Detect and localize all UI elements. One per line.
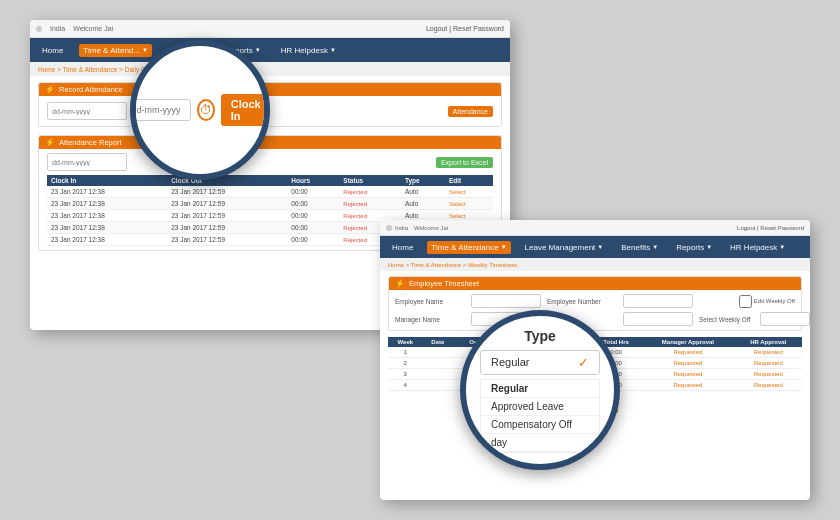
dropdown-option-comp[interactable]: Compensatory Off	[481, 416, 599, 434]
cell-clockout: 23 Jan 2017 12:59	[167, 186, 287, 198]
dropdown-option-regular[interactable]: Regular	[481, 380, 599, 398]
cell-type: Auto	[401, 198, 445, 210]
date-input[interactable]	[47, 102, 127, 120]
screen1-logout[interactable]: Logout | Reset Password	[426, 25, 504, 32]
record-section: ⚡ Record Attendance ⏱ Clock In Attendanc…	[38, 82, 502, 127]
cell-status: Rejected	[339, 198, 401, 210]
employee-name-label: Employee Name	[395, 298, 465, 305]
cell-type: Auto	[401, 186, 445, 198]
s2-nav-arrow1: ▼	[501, 244, 507, 250]
s2-country: India	[395, 225, 408, 231]
attendance-button[interactable]: Attendance	[448, 106, 493, 117]
col-status: Status	[339, 175, 401, 186]
cell-clockin: 23 Jan 2017 12:38	[47, 222, 167, 234]
weekly-off-check[interactable]	[739, 295, 752, 308]
magnifier-content: ⏱ Clock In	[130, 94, 270, 126]
screen1-user: Welcome Jai	[73, 25, 113, 32]
screen2-nav: Home Time & Attendance ▼ Leave Managemen…	[380, 236, 810, 258]
nav-home[interactable]: Home	[38, 44, 67, 57]
screen1-breadcrumb: Home > Time & Attendance > Daily Check-I…	[30, 62, 510, 76]
screen2-top-bar: India Welcome Jai Logout | Reset Passwor…	[380, 220, 810, 236]
cell-clockout: 23 Jan 2017 12:59	[167, 198, 287, 210]
col-clockin: Clock In	[47, 175, 167, 186]
cell-hours: 00:00	[287, 210, 339, 222]
s2-nav-leave[interactable]: Leave Management ▼	[521, 241, 608, 254]
cell-clockin: 23 Jan 2017 12:38	[47, 210, 167, 222]
col-edit: Edit	[445, 175, 493, 186]
report-icon: ⚡	[45, 138, 55, 147]
screen2-breadcrumb: Home > Time & Attendance > Weekly Timesh…	[380, 258, 810, 271]
dropdown-option-day[interactable]: day	[481, 434, 599, 452]
timesheet-icon: ⚡	[395, 279, 405, 288]
select-weekly-off-input[interactable]	[760, 312, 810, 326]
wk-col-mgr: Manager Approval	[641, 337, 734, 347]
dropdown-options: Regular Approved Leave Compensatory Off …	[480, 379, 600, 453]
cell-hours: 00:00	[287, 186, 339, 198]
s2-nav-home[interactable]: Home	[388, 241, 417, 254]
dropdown-selected[interactable]: Regular ✓	[480, 350, 600, 375]
dropdown-option-approved[interactable]: Approved Leave	[481, 398, 599, 416]
edit-weekly-off-checkbox[interactable]: Edit Weekly Off	[739, 295, 795, 308]
employee-name-input[interactable]	[471, 294, 541, 308]
employee-num-input[interactable]	[623, 294, 693, 308]
record-icon: ⚡	[45, 85, 55, 94]
s2-nav-arrow3: ▼	[652, 244, 658, 250]
cell-hours: 00:00	[287, 222, 339, 234]
top-bar-dot	[36, 26, 42, 32]
cell-status: Rejected	[339, 186, 401, 198]
cell-hours: 00:00	[287, 234, 339, 246]
screen1-top-bar: India Welcome Jai Logout | Reset Passwor…	[30, 20, 510, 38]
main-container: India Welcome Jai Logout | Reset Passwor…	[0, 0, 840, 520]
wk-col-hr: HR Approval	[734, 337, 802, 347]
week-off-input[interactable]	[623, 312, 693, 326]
screen1-country: India	[50, 25, 65, 32]
form-row-1: Employee Name Employee Number Edit Weekl…	[395, 294, 795, 308]
wk-col-week: Week	[388, 337, 423, 347]
employee-num-label: Employee Number	[547, 298, 617, 305]
screen1-nav: Home Time & Attend... ▼ Benefits ▼ Repor…	[30, 38, 510, 62]
cell-clockin: 23 Jan 2017 12:38	[47, 234, 167, 246]
record-body: ⏱ Clock In Attendance	[39, 96, 501, 126]
s2-logout[interactable]: Logout | Reset Password	[737, 225, 804, 231]
report-section-header: ⚡ Attendance Report	[39, 136, 501, 149]
dropdown-circle: Type Regular ✓ Regular Approved Leave Co…	[460, 310, 620, 470]
cell-clockin: 23 Jan 2017 12:38	[47, 186, 167, 198]
report-date-input[interactable]	[47, 153, 127, 171]
nav-arrow: ▼	[142, 47, 148, 53]
manager-name-label: Manager Name	[395, 316, 465, 323]
s2-dot	[386, 225, 392, 231]
dropdown-checkmark: ✓	[578, 355, 589, 370]
s2-nav-reports[interactable]: Reports ▼	[672, 241, 716, 254]
table-row: 23 Jan 2017 12:38 23 Jan 2017 12:59 00:0…	[47, 198, 493, 210]
nav-arrow4: ▼	[330, 47, 336, 53]
timesheet-section: ⚡ Employee Timesheet Employee Name Emplo…	[388, 276, 802, 331]
form-row-2: Manager Name Week Off Select Weekly Off …	[395, 312, 795, 326]
cell-clockout: 23 Jan 2017 12:59	[167, 210, 287, 222]
s2-nav-arrow2: ▼	[597, 244, 603, 250]
report-controls: Export to Excel	[47, 153, 493, 171]
select-weekly-off-label: Select Weekly Off	[699, 316, 754, 323]
dropdown-title: Type	[524, 328, 556, 344]
s2-nav-arrow4: ▼	[706, 244, 712, 250]
nav-time-attendance[interactable]: Time & Attend... ▼	[79, 44, 152, 57]
col-type: Type	[401, 175, 445, 186]
mag-clock-in-button[interactable]: Clock In	[221, 94, 270, 126]
s2-nav-arrow5: ▼	[779, 244, 785, 250]
record-section-header: ⚡ Record Attendance	[39, 83, 501, 96]
cell-hours: 00:00	[287, 198, 339, 210]
s2-nav-benefits[interactable]: Benefits ▼	[617, 241, 662, 254]
cell-edit[interactable]: Select	[445, 198, 493, 210]
nav-hr-helpdesk[interactable]: HR Helpdesk ▼	[277, 44, 340, 57]
col-hours: Hours	[287, 175, 339, 186]
cell-edit[interactable]: Select	[445, 186, 493, 198]
timesheet-form-body: Employee Name Employee Number Edit Weekl…	[389, 290, 801, 330]
mag-clock-icon: ⏱	[197, 99, 215, 121]
nav-arrow3: ▼	[255, 47, 261, 53]
s2-nav-time[interactable]: Time & Attendance ▼	[427, 241, 510, 254]
table-row: 23 Jan 2017 12:38 23 Jan 2017 12:59 00:0…	[47, 186, 493, 198]
cell-clockout: 23 Jan 2017 12:59	[167, 222, 287, 234]
s2-nav-hr[interactable]: HR Helpdesk ▼	[726, 241, 789, 254]
export-button[interactable]: Export to Excel	[436, 157, 493, 168]
mag-date-input[interactable]	[130, 99, 191, 121]
magnifier-circle: ⏱ Clock In	[130, 40, 270, 180]
